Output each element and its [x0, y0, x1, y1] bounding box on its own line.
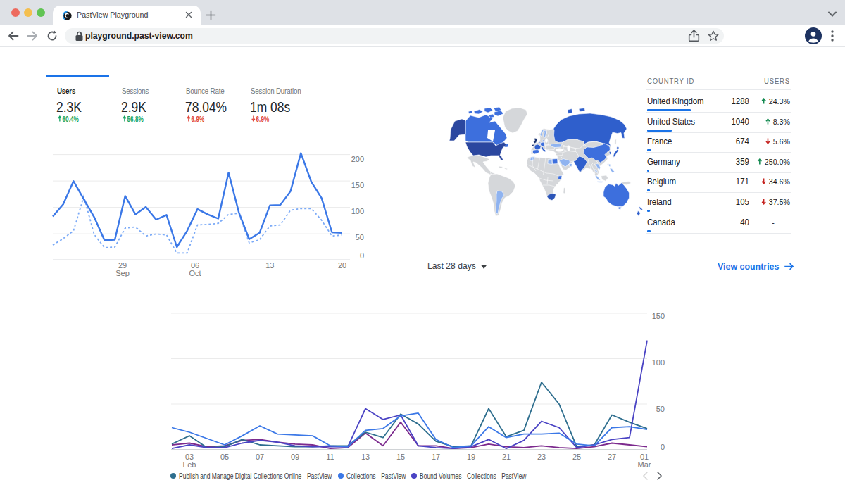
- svg-text:Feb: Feb: [183, 460, 196, 469]
- svg-text:23: 23: [537, 453, 546, 461]
- svg-text:200: 200: [351, 155, 364, 163]
- svg-text:100: 100: [652, 358, 665, 367]
- svg-text:20: 20: [338, 261, 346, 270]
- svg-text:15: 15: [396, 453, 405, 461]
- svg-text:11: 11: [326, 453, 334, 461]
- svg-text:100: 100: [351, 207, 364, 215]
- svg-text:13: 13: [361, 453, 370, 461]
- svg-text:Oct: Oct: [189, 269, 201, 277]
- svg-text:17: 17: [432, 453, 440, 461]
- svg-text:09: 09: [291, 453, 299, 461]
- svg-text:0: 0: [661, 443, 665, 451]
- svg-text:150: 150: [351, 181, 364, 189]
- svg-text:05: 05: [220, 453, 229, 461]
- svg-text:19: 19: [467, 453, 475, 461]
- svg-text:13: 13: [265, 261, 274, 270]
- svg-text:50: 50: [356, 233, 364, 241]
- svg-text:25: 25: [572, 453, 581, 461]
- svg-text:0: 0: [360, 251, 364, 260]
- svg-text:Mar: Mar: [638, 460, 651, 469]
- svg-text:21: 21: [502, 453, 511, 461]
- svg-text:Sep: Sep: [115, 269, 130, 277]
- svg-text:50: 50: [656, 405, 665, 413]
- svg-text:150: 150: [652, 312, 665, 320]
- svg-text:27: 27: [608, 453, 616, 461]
- svg-text:07: 07: [256, 453, 264, 461]
